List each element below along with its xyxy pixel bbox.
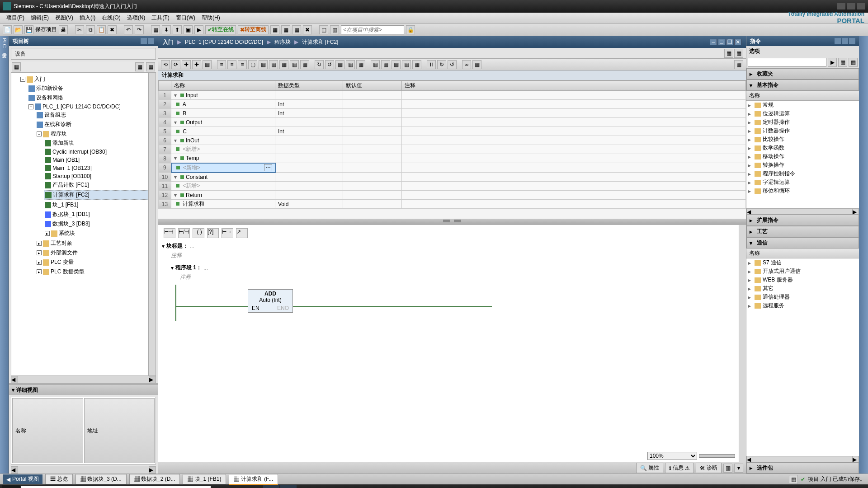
splitter-handle[interactable] (158, 219, 746, 223)
ed-btn[interactable]: ▦ (203, 60, 212, 69)
search-opt-b-icon[interactable]: ▦ (849, 58, 858, 67)
detail-hscroll[interactable]: ◀▶ (11, 466, 156, 474)
panel-btn[interactable] (835, 38, 841, 44)
acc-comm[interactable]: ▾通信 (746, 237, 859, 249)
side-tab-right[interactable] (859, 36, 868, 474)
ed-btn[interactable]: ▦ (269, 60, 278, 69)
view-mode-a[interactable]: ▦ (724, 49, 733, 58)
menu-project[interactable]: 项目(P) (4, 13, 27, 23)
segment-comment[interactable]: 注释 (171, 272, 735, 282)
tree-item[interactable]: 系统块 (59, 230, 75, 237)
acc-basic[interactable]: ▾基本指令 (746, 80, 859, 91)
upload-icon[interactable]: ⬆ (173, 25, 182, 34)
comm-hscroll[interactable]: ◀▶ (746, 456, 859, 462)
portal-view-button[interactable]: ◀ Portal 视图 (3, 474, 42, 484)
app-icon[interactable]: ◯ (280, 485, 297, 488)
new-project-icon[interactable]: 📄 (3, 25, 12, 34)
tree-item[interactable]: 产品计数 [FC1] (52, 181, 89, 189)
tree-item[interactable]: 数据块_3 [DB3] (52, 220, 90, 228)
panel-pin-icon[interactable] (141, 38, 147, 44)
explorer-icon[interactable]: 📁 (229, 485, 245, 488)
ed-btn[interactable]: ▦ (381, 60, 390, 69)
lad-contact-nc-icon[interactable]: ⊢/⊣ (178, 228, 190, 238)
instruction-folder[interactable]: ▸远程服务 (746, 301, 859, 310)
expand-icon[interactable]: − (20, 77, 25, 82)
menu-online[interactable]: 在线(O) (99, 13, 123, 23)
ed-btn[interactable]: ▢ (248, 60, 257, 69)
tree-item[interactable]: 在线和诊断 (44, 121, 71, 128)
ed-btn[interactable]: ▦ (392, 60, 401, 69)
expand-icon[interactable]: ▸ (37, 250, 42, 255)
panel-btn[interactable] (842, 38, 848, 44)
start-button[interactable]: ⊞ (2, 485, 20, 488)
instruction-folder[interactable]: ▸字逻辑运算 (746, 178, 859, 187)
tree-item[interactable]: Cyclic interrupt [OB30] (52, 149, 107, 155)
instruction-folder[interactable]: ▸开放式用户通信 (746, 267, 859, 276)
tree-view-icon-a[interactable]: ▦ (135, 62, 144, 71)
inspector-layout-icon[interactable]: ▥ (723, 464, 732, 473)
instruction-folder[interactable]: ▸S7 通信 (746, 258, 859, 267)
ed-btn[interactable]: ↻ (437, 60, 446, 69)
acc-toolbox[interactable]: ▸选件包 (746, 462, 859, 474)
compile-icon[interactable]: ▦ (151, 25, 160, 34)
instruction-folder[interactable]: ▸WEB 服务器 (746, 276, 859, 284)
tree-scrollbar[interactable] (148, 73, 156, 375)
tab-properties[interactable]: 🔍属性 (636, 463, 663, 473)
search-lock-icon[interactable]: 🔒 (406, 25, 415, 34)
tree-item-selected[interactable]: 计算求和 [FC2] (53, 191, 90, 199)
ed-btn[interactable]: ▦ (346, 60, 355, 69)
tia-portal-icon[interactable]: TIA (263, 485, 279, 488)
tree-item[interactable]: PLC 变量 (51, 258, 74, 266)
redo-icon[interactable]: ↷ (135, 25, 144, 34)
eno-port[interactable]: ENO (277, 305, 289, 311)
copy-icon[interactable]: ⧉ (86, 25, 95, 34)
segment-title[interactable]: 程序段 1： (175, 264, 202, 272)
lad-coil-icon[interactable]: ─( ) (193, 228, 204, 238)
side-tab-left[interactable]: PLC 变量 (0, 36, 9, 474)
ed-btn[interactable]: ▦ (290, 60, 299, 69)
menu-insert[interactable]: 插入(I) (77, 13, 98, 23)
tb-icon-b[interactable]: ▦ (281, 25, 290, 34)
menu-window[interactable]: 窗口(W) (173, 13, 198, 23)
expand-icon[interactable]: ▸ (37, 269, 42, 274)
menu-help[interactable]: 帮助(H) (199, 13, 223, 23)
menu-edit[interactable]: 编辑(E) (28, 13, 52, 23)
ed-btn[interactable]: ⟳ (171, 60, 180, 69)
instruction-folder[interactable]: ▸移位和循环 (746, 187, 859, 195)
instruction-folder[interactable]: ▸计数器操作 (746, 127, 859, 135)
ed-btn[interactable]: ▦ (371, 60, 380, 69)
tree-item[interactable]: 工艺对象 (51, 239, 72, 247)
ed-btn[interactable]: ▦ (335, 60, 344, 69)
instruction-folder[interactable]: ▸程序控制指令 (746, 169, 859, 178)
tree-item[interactable]: 块_1 [FB1] (52, 201, 78, 209)
tree-item[interactable]: 数据块_1 [DB1] (52, 211, 90, 218)
block-title-label[interactable]: 块标题： (166, 242, 188, 250)
ed-btn[interactable]: ≡ (217, 60, 226, 69)
lad-contact-no-icon[interactable]: ⊢⊣ (164, 228, 175, 238)
acc-tech[interactable]: ▸工艺 (746, 226, 859, 237)
detail-col-name[interactable]: 名称 (12, 398, 83, 463)
iface-col-comment[interactable]: 注释 (402, 81, 746, 91)
menu-view[interactable]: 视图(V) (52, 13, 76, 23)
instruction-folder[interactable]: ▸位逻辑运算 (746, 109, 859, 118)
instruction-folder[interactable]: ▸移动操作 (746, 152, 859, 161)
tree-tb-icon[interactable]: ▦ (12, 62, 21, 71)
iface-col-default[interactable]: 默认值 (343, 81, 402, 91)
zoom-slider[interactable] (699, 454, 735, 458)
iface-col-type[interactable]: 数据类型 (275, 81, 343, 91)
ed-btn[interactable]: ↺ (448, 60, 457, 69)
ed-btn[interactable]: ✚ (182, 60, 191, 69)
editor-tab-active[interactable]: ▦ 计算求和 (F... (229, 474, 278, 485)
tree-item[interactable]: PLC 数据类型 (51, 268, 85, 276)
tree-item[interactable]: 设备和网络 (36, 94, 63, 102)
go-online-button[interactable]: ✔ 转至在线 (205, 25, 236, 34)
tree-item[interactable]: 添加新设备 (36, 84, 63, 92)
menu-options[interactable]: 选项(N) (124, 13, 148, 23)
tab-info[interactable]: ℹ信息⚠ (665, 463, 694, 473)
en-port[interactable]: EN (252, 305, 259, 311)
chevron-down-icon[interactable]: ▾ (12, 387, 14, 393)
network-editor[interactable]: ⊢⊣ ⊢/⊣ ─( ) [?] ⊢→ ↗ ▾ 块标题： ... 注释 ▾ 程序段 (158, 225, 739, 462)
iface-col-name[interactable]: 名称 (171, 81, 275, 91)
iface-col-num[interactable] (159, 81, 171, 91)
acc-extended[interactable]: ▸扩展指令 (746, 215, 859, 226)
